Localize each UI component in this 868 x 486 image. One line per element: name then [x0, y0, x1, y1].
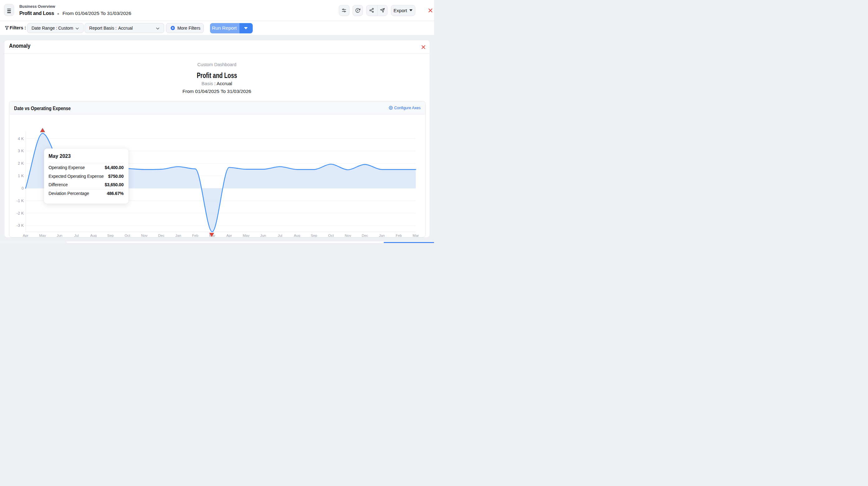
svg-text:-3 K: -3 K: [17, 223, 24, 228]
svg-text:1 K: 1 K: [18, 174, 24, 178]
svg-text:3 K: 3 K: [18, 149, 24, 153]
svg-text:-2 K: -2 K: [17, 211, 24, 216]
svg-text:4 K: 4 K: [18, 136, 24, 141]
svg-text:2 K: 2 K: [18, 161, 24, 166]
svg-text:-1 K: -1 K: [17, 199, 24, 203]
svg-text:0: 0: [22, 186, 24, 191]
